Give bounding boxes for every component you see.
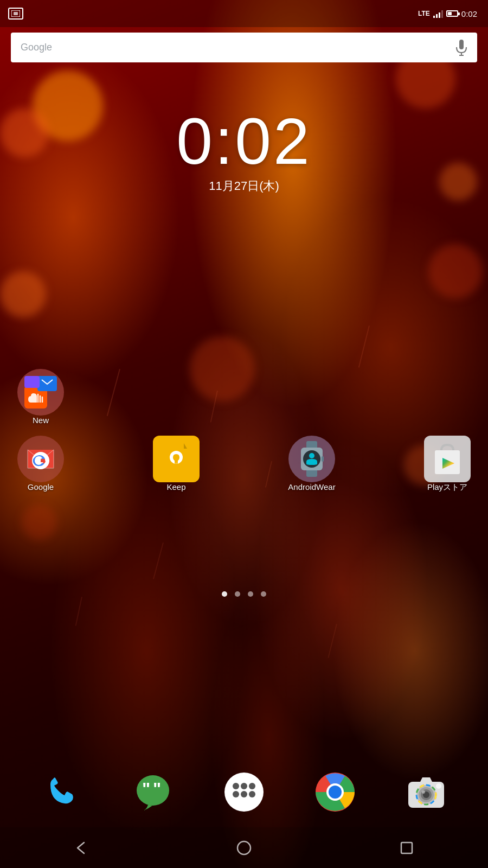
nav-bar xyxy=(0,827,488,868)
purple-mini-icon xyxy=(24,376,40,388)
svg-rect-16 xyxy=(322,456,324,462)
app-label-keep: Keep xyxy=(166,482,185,492)
svg-point-36 xyxy=(422,790,425,794)
svg-text:": " xyxy=(153,779,161,799)
svg-point-24 xyxy=(249,783,255,789)
nav-back-button[interactable] xyxy=(65,832,98,864)
notification-area xyxy=(8,8,23,20)
screenshot-icon xyxy=(8,8,23,20)
page-dot-2[interactable] xyxy=(235,591,240,597)
signal-icon xyxy=(433,9,443,18)
app-label-playstore: Playストア xyxy=(427,482,467,493)
status-time: 0:02 xyxy=(461,9,477,18)
svg-point-15 xyxy=(309,453,314,458)
app-item-androidwear[interactable]: AndroidWear xyxy=(282,436,342,493)
svg-point-23 xyxy=(241,783,247,789)
svg-point-26 xyxy=(241,791,247,797)
app-label-new: New xyxy=(33,416,49,425)
svg-point-27 xyxy=(249,791,255,797)
svg-rect-12 xyxy=(306,469,317,477)
app-item-playstore[interactable]: Playストア xyxy=(418,436,477,493)
bokeh-9 xyxy=(22,505,57,540)
microphone-icon[interactable] xyxy=(455,39,467,56)
dock-item-launcher[interactable] xyxy=(220,768,268,816)
app-item-keep[interactable]: Keep xyxy=(146,436,206,493)
app-label-google: Google xyxy=(28,482,54,492)
app-row-2: Google Keep xyxy=(11,436,477,493)
app-label-androidwear: AndroidWear xyxy=(288,482,335,492)
clock-widget: 0:02 11月27日(木) xyxy=(0,108,488,194)
dock-item-phone[interactable] xyxy=(37,768,86,816)
svg-rect-2 xyxy=(459,40,464,49)
wear-icon-wrap xyxy=(288,436,335,482)
page-dot-3[interactable] xyxy=(248,591,253,597)
play-icon-wrap xyxy=(424,436,471,482)
bokeh-6 xyxy=(0,271,46,317)
new-folder-icon xyxy=(17,369,64,416)
status-bar: LTE 0:02 xyxy=(0,0,488,27)
lte-indicator: LTE xyxy=(418,10,430,17)
clock-time: 0:02 xyxy=(0,108,488,174)
svg-point-37 xyxy=(436,783,441,789)
google-search-bar[interactable]: Google xyxy=(11,33,477,62)
page-dot-1[interactable] xyxy=(222,591,227,597)
apps-area: New xyxy=(11,369,477,503)
svg-point-25 xyxy=(233,791,239,797)
svg-rect-11 xyxy=(306,441,317,449)
search-placeholder: Google xyxy=(21,42,455,53)
app-row-1: New xyxy=(11,369,477,425)
keep-icon-wrap xyxy=(153,436,200,482)
page-indicators xyxy=(0,591,488,597)
dock-item-hangouts[interactable]: " " xyxy=(129,768,177,816)
svg-point-42 xyxy=(237,841,251,854)
mail-mini-icon xyxy=(37,376,57,391)
bokeh-5 xyxy=(428,244,483,298)
app-item-new-folder[interactable]: New xyxy=(11,369,70,425)
dock-item-chrome[interactable] xyxy=(311,768,359,816)
svg-text:": " xyxy=(142,779,150,799)
app-item-google[interactable]: Google xyxy=(11,436,70,493)
page-dot-4[interactable] xyxy=(261,591,266,597)
battery-icon xyxy=(446,10,458,17)
svg-point-22 xyxy=(233,783,239,789)
status-indicators: LTE 0:02 xyxy=(418,9,477,18)
dock-item-camera[interactable] xyxy=(402,768,451,816)
clock-date: 11月27日(木) xyxy=(0,178,488,194)
svg-rect-43 xyxy=(401,843,412,853)
battery-fill xyxy=(448,12,452,15)
nav-recents-button[interactable] xyxy=(390,832,423,864)
svg-point-30 xyxy=(329,786,342,799)
svg-rect-1 xyxy=(14,12,18,15)
dock: " " xyxy=(0,760,488,825)
nav-home-button[interactable] xyxy=(228,832,260,864)
google-app-icon xyxy=(17,436,64,482)
